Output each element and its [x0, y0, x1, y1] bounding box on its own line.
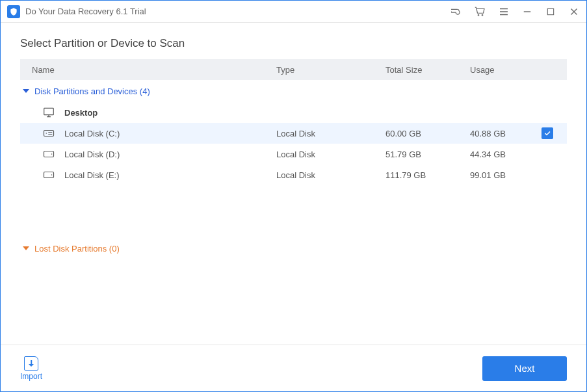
- svg-point-5: [51, 153, 53, 155]
- device-list: DesktopLocal Disk (C:)Local Disk60.00 GB…: [20, 102, 567, 185]
- table-header: Name Type Total Size Usage: [20, 59, 567, 80]
- device-size: 51.79 GB: [385, 150, 470, 159]
- svg-point-3: [46, 133, 47, 134]
- footer: Import Next: [1, 345, 586, 391]
- device-name: Local Disk (C:): [64, 129, 120, 138]
- import-icon: [24, 356, 38, 371]
- monitor-icon: [41, 107, 57, 118]
- import-label: Import: [20, 372, 42, 381]
- app-window: Do Your Data Recovery 6.1 Trial Select P…: [0, 0, 587, 392]
- window-title: Do Your Data Recovery 6.1 Trial: [25, 7, 451, 16]
- device-name: Local Disk (D:): [64, 150, 120, 159]
- col-name: Name: [32, 65, 276, 75]
- group-lost-partitions[interactable]: Lost Disk Partitions (0): [20, 237, 567, 259]
- chevron-down-icon: [23, 89, 29, 93]
- device-name: Local Disk (E:): [64, 170, 120, 180]
- app-logo-icon: [7, 5, 20, 18]
- maximize-icon[interactable]: [545, 6, 556, 18]
- group-label: Disk Partitions and Devices (4): [34, 86, 150, 96]
- import-button[interactable]: Import: [20, 356, 42, 381]
- device-type: Local Disk: [276, 170, 385, 180]
- cart-icon[interactable]: [475, 6, 486, 18]
- col-size: Total Size: [385, 65, 470, 75]
- titlebar: Do Your Data Recovery 6.1 Trial: [1, 1, 586, 23]
- col-usage: Usage: [470, 65, 541, 75]
- device-usage: 99.01 GB: [470, 170, 541, 180]
- page-heading: Select Partition or Device to Scan: [20, 37, 567, 50]
- group-disk-partitions[interactable]: Disk Partitions and Devices (4): [20, 80, 567, 102]
- disk-icon: [41, 149, 57, 159]
- next-button[interactable]: Next: [482, 356, 567, 381]
- device-name: Desktop: [64, 108, 98, 118]
- check-icon: [541, 127, 553, 139]
- svg-rect-1: [44, 108, 54, 114]
- main-content: Select Partition or Device to Scan Name …: [1, 23, 586, 345]
- device-size: 111.79 GB: [385, 170, 470, 180]
- device-row[interactable]: Local Disk (D:)Local Disk51.79 GB44.34 G…: [20, 144, 567, 164]
- svg-rect-0: [547, 8, 553, 14]
- device-usage: 40.88 GB: [470, 129, 541, 138]
- device-row[interactable]: Local Disk (C:)Local Disk60.00 GB40.88 G…: [20, 123, 567, 144]
- disk-icon: [41, 170, 57, 180]
- svg-rect-2: [44, 131, 54, 137]
- device-usage: 44.34 GB: [470, 150, 541, 159]
- group-label: Lost Disk Partitions (0): [34, 244, 120, 254]
- device-row[interactable]: Desktop: [20, 102, 567, 123]
- device-type: Local Disk: [276, 129, 385, 138]
- device-row[interactable]: Local Disk (E:)Local Disk111.79 GB99.01 …: [20, 164, 567, 185]
- disk-system-icon: [41, 128, 57, 138]
- svg-point-7: [51, 174, 53, 176]
- chevron-down-icon: [23, 246, 29, 250]
- title-controls: [451, 6, 580, 18]
- minimize-icon[interactable]: [521, 6, 533, 18]
- col-type: Type: [276, 65, 385, 75]
- device-size: 60.00 GB: [385, 129, 470, 138]
- device-type: Local Disk: [276, 150, 385, 159]
- menu-icon[interactable]: [498, 6, 510, 18]
- key-icon[interactable]: [451, 6, 463, 18]
- row-checkbox[interactable]: [541, 127, 561, 139]
- close-icon[interactable]: [568, 6, 580, 18]
